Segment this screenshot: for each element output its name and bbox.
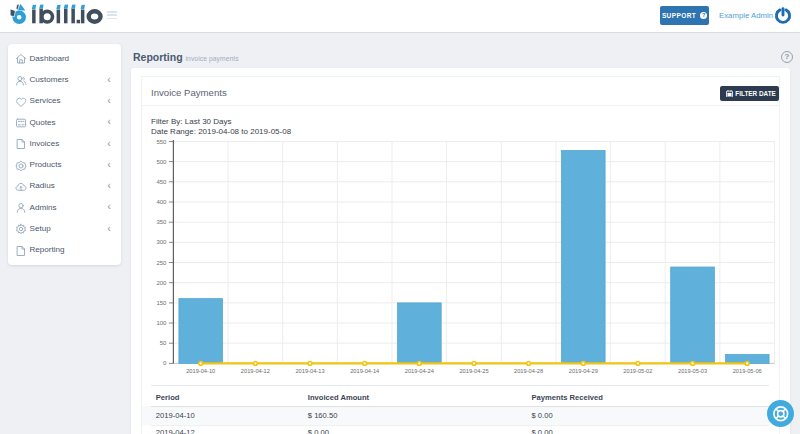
svg-text:2019-04-14: 2019-04-14 [350, 368, 379, 374]
svg-text:2019-04-29: 2019-04-29 [569, 368, 598, 374]
svg-text:2019-05-06: 2019-05-06 [733, 368, 762, 374]
svg-text:100: 100 [156, 320, 167, 326]
svg-text:0: 0 [163, 360, 167, 366]
svg-text:500: 500 [156, 159, 167, 165]
svg-text:250: 250 [156, 260, 167, 266]
svg-text:50: 50 [160, 340, 167, 346]
svg-text:2019-04-25: 2019-04-25 [459, 368, 488, 374]
svg-text:550: 550 [156, 139, 167, 145]
svg-text:200: 200 [156, 280, 167, 286]
svg-text:450: 450 [156, 179, 167, 185]
svg-text:2019-04-13: 2019-04-13 [295, 368, 324, 374]
svg-text:350: 350 [156, 219, 167, 225]
svg-text:2019-04-24: 2019-04-24 [405, 368, 434, 374]
svg-text:150: 150 [156, 300, 167, 306]
svg-text:300: 300 [156, 239, 167, 245]
svg-text:400: 400 [156, 199, 167, 205]
svg-text:2019-05-02: 2019-05-02 [623, 368, 652, 374]
svg-text:2019-04-10: 2019-04-10 [186, 368, 215, 374]
svg-text:2019-05-03: 2019-05-03 [678, 368, 707, 374]
svg-text:2019-04-28: 2019-04-28 [514, 368, 543, 374]
svg-text:2019-04-12: 2019-04-12 [241, 368, 270, 374]
